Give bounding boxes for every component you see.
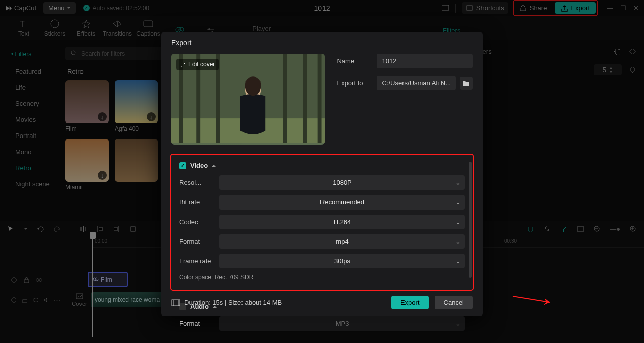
scrollbar[interactable]	[469, 162, 472, 278]
filter-thumb[interactable]: ↓Agfa 400	[115, 80, 158, 132]
filter-thumb[interactable]	[115, 139, 158, 191]
export-confirm-button[interactable]: Export	[391, 296, 429, 309]
lock-icon[interactable]	[23, 276, 30, 284]
svg-text:T: T	[20, 20, 25, 28]
caret-down-icon[interactable]	[24, 228, 28, 230]
eye-icon[interactable]	[35, 276, 43, 284]
svg-rect-4	[144, 21, 153, 27]
trim-left-icon[interactable]	[96, 225, 104, 233]
video-section: ✓ Video Resol...1080P⌄ Bit rateRecommend…	[171, 155, 473, 290]
framerate-label: Frame rate	[179, 257, 219, 265]
split-icon[interactable]	[79, 225, 87, 233]
audio-format-label: Format	[179, 320, 219, 327]
filter-strength-input[interactable]: 5 ▲▼	[594, 64, 622, 75]
export-button-top[interactable]: Export	[555, 2, 596, 14]
tab-effects[interactable]: Effects	[70, 18, 102, 40]
tab-text[interactable]: TText	[8, 18, 39, 40]
minimize-icon[interactable]: —	[607, 4, 613, 12]
duration-text: Duration: 15s | Size: about 14 MB	[184, 299, 282, 306]
ruler-tick: 00:30	[504, 238, 517, 244]
filter-thumb[interactable]: ↓Film	[65, 80, 109, 132]
crop-icon[interactable]	[129, 225, 137, 233]
edit-cover-button[interactable]: Edit cover	[176, 59, 219, 70]
magnet-icon[interactable]	[527, 225, 534, 233]
name-label: Name	[337, 57, 377, 65]
preview-icon[interactable]	[577, 225, 584, 233]
cat-retro[interactable]: Retro	[8, 160, 58, 176]
svg-point-10	[71, 51, 75, 55]
snap-icon[interactable]	[560, 225, 568, 233]
zoom-out-icon[interactable]	[593, 225, 601, 233]
pointer-icon[interactable]	[7, 225, 15, 233]
svg-rect-15	[24, 280, 29, 283]
framerate-select[interactable]: 30fps⌄	[219, 254, 465, 268]
ruler-tick: 00:00	[95, 238, 107, 244]
diamond-icon[interactable]	[629, 48, 636, 55]
svg-rect-0	[442, 5, 449, 10]
eye-icon[interactable]	[32, 296, 38, 304]
aspect-icon[interactable]	[442, 4, 449, 12]
cat-mono[interactable]: Mono	[8, 144, 58, 160]
zoom-in-icon[interactable]	[629, 225, 637, 233]
audio-format-select: MP3⌄	[219, 316, 465, 331]
cover-button[interactable]: Cover	[69, 290, 90, 310]
video-checkbox[interactable]: ✓	[179, 162, 186, 169]
svg-point-8	[208, 28, 210, 30]
logo: CapCut	[5, 4, 36, 12]
redo-icon[interactable]	[53, 225, 61, 233]
diamond-icon[interactable]	[629, 66, 636, 74]
diamond-icon[interactable]	[10, 296, 16, 304]
svg-point-17	[38, 279, 40, 281]
side-head: • Filters	[5, 49, 61, 63]
diamond-icon[interactable]	[10, 276, 18, 284]
maximize-icon[interactable]: ☐	[620, 4, 626, 12]
modal-title: Export	[161, 32, 483, 54]
lock-icon[interactable]	[21, 296, 27, 304]
shortcuts-button[interactable]: Shortcuts	[462, 2, 508, 14]
link-icon[interactable]	[543, 225, 551, 233]
trim-right-icon[interactable]	[113, 225, 120, 233]
clip-filter[interactable]: Film	[88, 272, 128, 287]
codec-label: Codec	[179, 218, 219, 226]
svg-point-3	[51, 20, 59, 28]
cover-preview: Edit cover	[171, 54, 325, 145]
cat-portrait[interactable]: Portrait	[8, 128, 58, 144]
playhead[interactable]	[92, 232, 93, 337]
zoom-slider[interactable]: —●	[610, 225, 620, 233]
video-head-label: Video	[190, 162, 208, 169]
bitrate-select[interactable]: Recommended⌄	[219, 195, 465, 210]
caret-up-icon[interactable]	[212, 164, 216, 167]
bitrate-label: Bit rate	[179, 198, 219, 206]
cat-nightscene[interactable]: Night scene	[8, 176, 58, 192]
mute-icon[interactable]	[43, 296, 49, 304]
format-select[interactable]: mp4⌄	[219, 234, 465, 249]
svg-point-19	[95, 278, 98, 281]
close-icon[interactable]: ✕	[633, 4, 639, 12]
cat-movies[interactable]: Movies	[8, 112, 58, 127]
svg-rect-11	[131, 227, 135, 231]
project-title: 1012	[314, 4, 330, 12]
tab-stickers[interactable]: Stickers	[39, 18, 70, 40]
svg-rect-20	[23, 300, 27, 303]
browse-folder-button[interactable]	[460, 77, 473, 90]
search-icon	[70, 50, 78, 57]
cancel-button[interactable]: Cancel	[435, 296, 473, 309]
check-icon: ✓	[83, 5, 90, 11]
cat-life[interactable]: Life	[8, 80, 58, 95]
download-icon[interactable]: ↓	[98, 112, 107, 121]
tab-transitions[interactable]: Transitions	[102, 18, 133, 40]
download-icon[interactable]: ↓	[98, 171, 107, 180]
filter-thumb[interactable]: ↓Miami	[65, 139, 109, 191]
svg-rect-1	[466, 6, 473, 10]
cat-featured[interactable]: Featured	[8, 63, 58, 79]
download-icon[interactable]: ↓	[147, 112, 156, 121]
tab-captions[interactable]: Captions	[133, 18, 164, 40]
resolution-select[interactable]: 1080P⌄	[219, 175, 465, 190]
cat-scenery[interactable]: Scenery	[8, 96, 58, 111]
share-button[interactable]: Share	[515, 2, 551, 14]
menu-button[interactable]: Menu	[43, 2, 76, 14]
undo-icon[interactable]	[612, 48, 620, 55]
codec-select[interactable]: H.264⌄	[219, 215, 465, 229]
name-input[interactable]: 1012	[377, 54, 473, 68]
undo-icon[interactable]	[37, 225, 44, 233]
